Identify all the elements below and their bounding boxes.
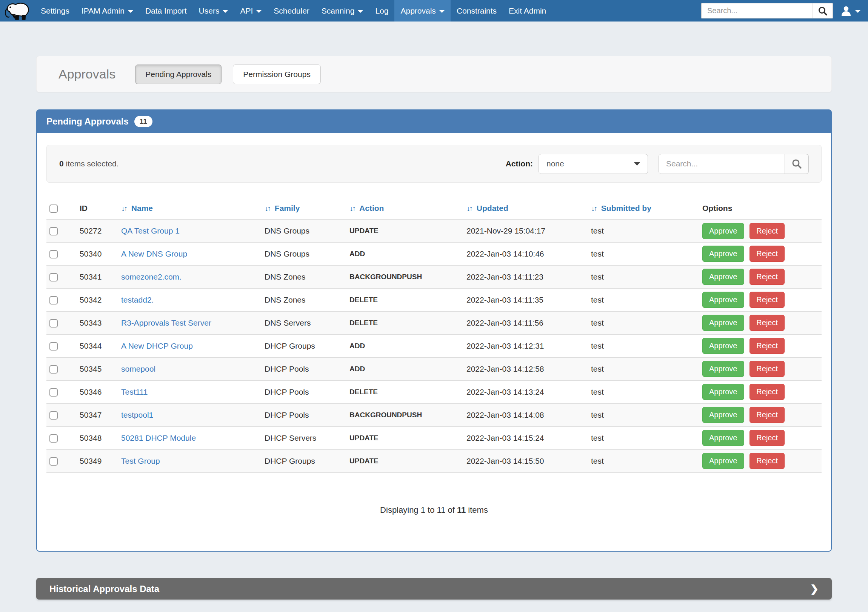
reject-button[interactable]: Reject: [750, 292, 784, 308]
user-icon: [840, 5, 852, 17]
nav-item-ipam-admin[interactable]: IPAM Admin: [76, 0, 139, 22]
reject-button[interactable]: Reject: [750, 246, 784, 262]
approve-button[interactable]: Approve: [702, 223, 744, 239]
row-checkbox[interactable]: [50, 434, 58, 443]
approve-button[interactable]: Approve: [702, 338, 744, 354]
cell-family: DNS Groups: [262, 242, 346, 265]
approve-button[interactable]: Approve: [702, 269, 744, 285]
reject-button[interactable]: Reject: [750, 384, 784, 400]
table-row: 50347 testpool1 DHCP Pools BACKGROUNDPUS…: [46, 403, 822, 426]
sort-icon: ↓↑: [265, 204, 270, 212]
nav-item-constraints[interactable]: Constraints: [451, 0, 503, 22]
cell-options: Approve Reject: [699, 242, 822, 265]
cell-name: somezone2.com.: [118, 265, 262, 288]
row-name-link[interactable]: 50281 DHCP Module: [121, 434, 196, 442]
cell-updated: 2021-Nov-29 15:04:17: [463, 219, 588, 242]
navbar-search-input[interactable]: [701, 3, 812, 19]
cell-options: Approve Reject: [699, 426, 822, 449]
nav-item-approvals[interactable]: Approvals: [394, 0, 450, 22]
action-label: Action:: [506, 159, 533, 168]
panel-header: Pending Approvals 11: [37, 110, 831, 133]
approve-button[interactable]: Approve: [702, 292, 744, 308]
select-all-checkbox[interactable]: [50, 205, 58, 213]
nav-item-settings[interactable]: Settings: [35, 0, 76, 22]
caret-down-icon: [439, 10, 445, 13]
tab-pending-approvals[interactable]: Pending Approvals: [135, 65, 222, 84]
cell-options: Approve Reject: [699, 311, 822, 334]
table-row: 50345 somepool DHCP Pools ADD 2022-Jan-0…: [46, 357, 822, 380]
user-menu[interactable]: [840, 5, 860, 17]
row-name-link[interactable]: somepool: [121, 364, 155, 373]
search-icon: [791, 158, 802, 169]
row-checkbox[interactable]: [50, 273, 58, 282]
nav-item-users[interactable]: Users: [193, 0, 234, 22]
cell-submitted-by: test: [588, 242, 699, 265]
row-checkbox[interactable]: [50, 250, 58, 259]
brand-logo[interactable]: [0, 0, 35, 22]
approve-button[interactable]: Approve: [702, 246, 744, 262]
row-checkbox[interactable]: [50, 342, 58, 350]
reject-button[interactable]: Reject: [750, 338, 784, 354]
row-name-link[interactable]: Test111: [121, 387, 147, 396]
cell-updated: 2022-Jan-03 14:15:50: [463, 449, 588, 473]
column-header-submitted-by[interactable]: ↓↑ Submitted by: [588, 198, 699, 219]
tab-permission-groups[interactable]: Permission Groups: [233, 65, 321, 84]
navbar-search-button[interactable]: [812, 3, 833, 19]
row-name-link[interactable]: QA Test Group 1: [121, 226, 180, 235]
cell-action: UPDATE: [346, 426, 463, 449]
row-checkbox[interactable]: [50, 365, 58, 373]
approve-button[interactable]: Approve: [702, 453, 744, 469]
reject-button[interactable]: Reject: [750, 361, 784, 377]
column-header-updated[interactable]: ↓↑ Updated: [463, 198, 588, 219]
nav-item-data-import[interactable]: Data Import: [139, 0, 193, 22]
row-checkbox[interactable]: [50, 319, 58, 327]
historical-approvals-bar[interactable]: Historical Approvals Data ❯: [36, 578, 832, 600]
nav-item-scanning[interactable]: Scanning: [316, 0, 369, 22]
column-header-action[interactable]: ↓↑ Action: [346, 198, 463, 219]
approve-button[interactable]: Approve: [702, 407, 744, 423]
approve-button[interactable]: Approve: [702, 361, 744, 377]
reject-button[interactable]: Reject: [750, 269, 784, 285]
cell-submitted-by: test: [588, 449, 699, 473]
cell-updated: 2022-Jan-03 14:12:58: [463, 357, 588, 380]
row-name-link[interactable]: Test Group: [121, 457, 160, 465]
cell-options: Approve Reject: [699, 403, 822, 426]
cell-family: DNS Zones: [262, 288, 346, 311]
table-search-button[interactable]: [785, 154, 809, 174]
row-name-link[interactable]: testadd2.: [121, 296, 153, 304]
row-checkbox[interactable]: [50, 411, 58, 420]
row-name-link[interactable]: A New DNS Group: [121, 249, 187, 258]
reject-button[interactable]: Reject: [750, 315, 784, 331]
row-checkbox[interactable]: [50, 227, 58, 236]
reject-button[interactable]: Reject: [750, 453, 784, 469]
cell-updated: 2022-Jan-03 14:11:35: [463, 288, 588, 311]
approve-button[interactable]: Approve: [702, 384, 744, 400]
row-checkbox[interactable]: [50, 457, 58, 466]
row-name-link[interactable]: R3-Approvals Test Server: [121, 318, 211, 327]
nav-item-log[interactable]: Log: [369, 0, 394, 22]
row-checkbox[interactable]: [50, 296, 58, 305]
nav-item-exit-admin[interactable]: Exit Admin: [503, 0, 552, 22]
row-checkbox[interactable]: [50, 388, 58, 397]
column-header-name[interactable]: ↓↑ Name: [118, 198, 262, 219]
row-name-link[interactable]: somezone2.com.: [121, 273, 181, 281]
nav-item-api[interactable]: API: [234, 0, 268, 22]
cell-name: somepool: [118, 357, 262, 380]
table-search-input[interactable]: [659, 154, 785, 174]
table-row: 50349 Test Group DHCP Groups UPDATE 2022…: [46, 449, 822, 473]
reject-button[interactable]: Reject: [750, 430, 784, 446]
row-name-link[interactable]: A New DHCP Group: [121, 341, 193, 350]
approve-button[interactable]: Approve: [702, 315, 744, 331]
column-header-family[interactable]: ↓↑ Family: [262, 198, 346, 219]
approve-button[interactable]: Approve: [702, 430, 744, 446]
top-navbar: Settings IPAM Admin Data Import Users AP…: [0, 0, 868, 22]
reject-button[interactable]: Reject: [750, 223, 784, 239]
pending-approvals-panel: Pending Approvals 11 0 items selected. A…: [36, 109, 832, 552]
navbar-search: [701, 3, 833, 19]
reject-button[interactable]: Reject: [750, 407, 784, 423]
action-select[interactable]: none: [539, 154, 648, 174]
cell-family: DHCP Groups: [262, 334, 346, 357]
row-name-link[interactable]: testpool1: [121, 411, 153, 419]
nav-item-scheduler[interactable]: Scheduler: [268, 0, 316, 22]
cell-family: DHCP Servers: [262, 426, 346, 449]
